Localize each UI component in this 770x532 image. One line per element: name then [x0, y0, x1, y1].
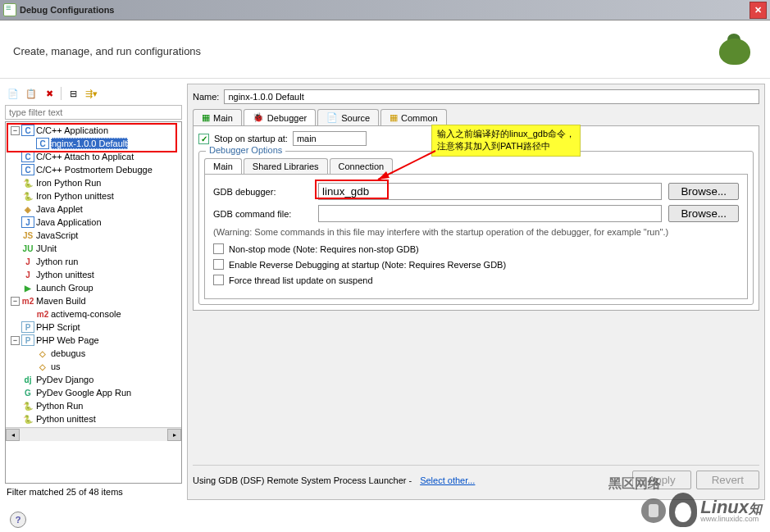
- tree-item-icon: 🐍: [21, 177, 34, 189]
- collapse-all-icon[interactable]: ⊟: [66, 87, 80, 100]
- tree-item[interactable]: JJava Application: [7, 216, 180, 229]
- config-tree[interactable]: −CC/C++ ApplicationCnginx-1.0.0 DefaultC…: [5, 121, 182, 484]
- tree-item-icon: JU: [21, 243, 34, 254]
- window-close-button[interactable]: ✕: [749, 2, 767, 19]
- tree-item[interactable]: 🐍Python unittest: [7, 412, 180, 425]
- tree-item-icon: ◈: [21, 203, 34, 215]
- tree-item-label: activemq-console: [51, 309, 121, 319]
- select-other-link[interactable]: Select other...: [420, 475, 475, 485]
- config-name-input[interactable]: [224, 89, 759, 104]
- tree-item-label: Jython unittest: [36, 270, 94, 280]
- tree-item-icon: ▶: [21, 282, 34, 293]
- tree-item[interactable]: CC/C++ Attach to Applicat: [7, 150, 180, 163]
- penguin-icon: [669, 493, 697, 527]
- help-icon[interactable]: ?: [10, 512, 26, 528]
- dialog-header: Create, manage, and run configurations: [0, 20, 770, 79]
- duplicate-config-icon[interactable]: 📋: [25, 87, 38, 100]
- gdb-debugger-input[interactable]: [318, 183, 662, 200]
- tree-item[interactable]: djPyDev Django: [7, 373, 180, 386]
- debugger-subtabs: Main Shared Libraries Connection: [204, 158, 748, 175]
- window-icon: [3, 3, 16, 16]
- tree-item-label: PyDev Django: [36, 375, 93, 384]
- subtab-main[interactable]: Main: [204, 158, 242, 174]
- filter-input[interactable]: [5, 105, 182, 120]
- tree-item[interactable]: 🐍Iron Python Run: [7, 176, 180, 189]
- launcher-row: Using GDB (DSF) Remote System Process La…: [193, 465, 759, 494]
- tree-item-icon: C: [21, 125, 34, 136]
- tree-item[interactable]: JUJUnit: [7, 242, 180, 255]
- tree-item[interactable]: JSJavaScript: [7, 229, 180, 242]
- tab-common[interactable]: ▦Common: [380, 109, 447, 125]
- tree-item-icon: ◇: [36, 348, 49, 359]
- tree-item-icon: C: [21, 151, 34, 162]
- tree-item-icon: JS: [21, 230, 34, 241]
- nonstop-label: Non-stop mode (Note: Requires non-stop G…: [229, 244, 419, 254]
- gdb-debugger-label: GDB debugger:: [213, 187, 312, 197]
- tab-main[interactable]: ▦Main: [193, 109, 242, 125]
- tree-item[interactable]: −m2Maven Build: [7, 294, 180, 307]
- left-panel: 📄 📋 ✖ ⊟ ⇶▾ −CC/C++ ApplicationCnginx-1.0…: [5, 84, 182, 500]
- reverse-label: Enable Reverse Debugging at startup (Not…: [229, 260, 506, 270]
- tree-toggle-icon[interactable]: −: [11, 297, 20, 306]
- tree-toggle-icon[interactable]: −: [11, 336, 20, 345]
- tree-item-label: PyDev Google App Run: [36, 388, 131, 398]
- tree-item[interactable]: −PPHP Web Page: [7, 334, 180, 347]
- tree-item-icon: J: [21, 216, 34, 228]
- tab-source[interactable]: 📄Source: [317, 109, 379, 125]
- tree-item-label: PHP Web Page: [36, 335, 99, 345]
- tree-toggle-icon[interactable]: −: [11, 126, 20, 135]
- name-label: Name:: [193, 92, 219, 102]
- dialog-subtitle: Create, manage, and run configurations: [13, 45, 708, 57]
- filter-status: Filter matched 25 of 48 items: [5, 484, 182, 500]
- tree-item-icon: ◇: [36, 361, 49, 372]
- tree-item[interactable]: GPyDev Google App Run: [7, 386, 180, 399]
- tree-item[interactable]: m2activemq-console: [7, 307, 180, 321]
- tree-item-icon: 🐍: [21, 400, 34, 412]
- subtab-connection[interactable]: Connection: [330, 158, 394, 174]
- tree-item[interactable]: −CC/C++ Application: [7, 124, 180, 137]
- tree-item-label: Java Applet: [36, 204, 83, 214]
- gdb-command-file-input[interactable]: [318, 205, 662, 222]
- tree-item[interactable]: 🐍Iron Python unittest: [7, 189, 180, 202]
- force-thread-checkbox[interactable]: ✓: [213, 275, 224, 285]
- tree-item-label: PHP Script: [36, 322, 80, 332]
- config-tabs: ▦Main 🐞Debugger 📄Source ▦Common: [193, 109, 759, 126]
- tree-item-label: Python Run: [36, 401, 83, 411]
- tree-item-label: us: [51, 361, 61, 371]
- tree-item-label: JavaScript: [36, 230, 78, 240]
- tree-item-label: nginx-1.0.0 Default: [51, 138, 128, 149]
- debugger-options-group: Debugger Options Main Shared Libraries C…: [198, 151, 754, 305]
- stop-on-startup-input[interactable]: [293, 131, 367, 146]
- watermark: 黑区网络 Linux知 www.linuxidc.com: [641, 493, 762, 527]
- new-config-icon[interactable]: 📄: [7, 87, 20, 100]
- tree-item[interactable]: PPHP Script: [7, 321, 180, 334]
- window-title: Debug Configurations: [20, 5, 749, 15]
- tree-item[interactable]: CC/C++ Postmortem Debugge: [7, 163, 180, 176]
- window-titlebar: Debug Configurations ✕: [0, 0, 770, 20]
- tree-item[interactable]: ◇debugus: [7, 347, 180, 360]
- tree-item[interactable]: Cnginx-1.0.0 Default: [7, 137, 180, 150]
- gdb-command-file-browse-button[interactable]: Browse...: [668, 205, 739, 222]
- subtab-shared-libraries[interactable]: Shared Libraries: [244, 158, 328, 174]
- reverse-checkbox[interactable]: ✓: [213, 259, 224, 270]
- subtab-main-content: GDB debugger: Browse... GDB command file…: [204, 175, 748, 299]
- delete-config-icon[interactable]: ✖: [43, 87, 56, 100]
- horizontal-scrollbar[interactable]: ◂ ▸: [6, 427, 181, 441]
- tree-item[interactable]: ▶Launch Group: [7, 281, 180, 294]
- tree-item[interactable]: ◇us: [7, 360, 180, 373]
- tree-item[interactable]: JJython unittest: [7, 268, 180, 281]
- scroll-right-button[interactable]: ▸: [167, 429, 181, 441]
- tab-debugger[interactable]: 🐞Debugger: [244, 109, 316, 125]
- tree-item-label: Jython run: [36, 257, 78, 266]
- stop-on-startup-checkbox[interactable]: ✓: [198, 134, 209, 144]
- tree-item[interactable]: ◈Java Applet: [7, 202, 180, 216]
- tree-item[interactable]: 🐍Python Run: [7, 399, 180, 412]
- filter-icon[interactable]: ⇶▾: [84, 87, 98, 100]
- gdb-debugger-browse-button[interactable]: Browse...: [668, 183, 739, 200]
- tree-item-icon: 🐍: [21, 413, 34, 425]
- revert-button[interactable]: Revert: [696, 471, 759, 489]
- scroll-left-button[interactable]: ◂: [6, 429, 20, 441]
- nonstop-checkbox[interactable]: ✓: [213, 243, 224, 254]
- tree-item-label: C/C++ Postmortem Debugge: [36, 165, 153, 175]
- tree-item[interactable]: JJython run: [7, 255, 180, 268]
